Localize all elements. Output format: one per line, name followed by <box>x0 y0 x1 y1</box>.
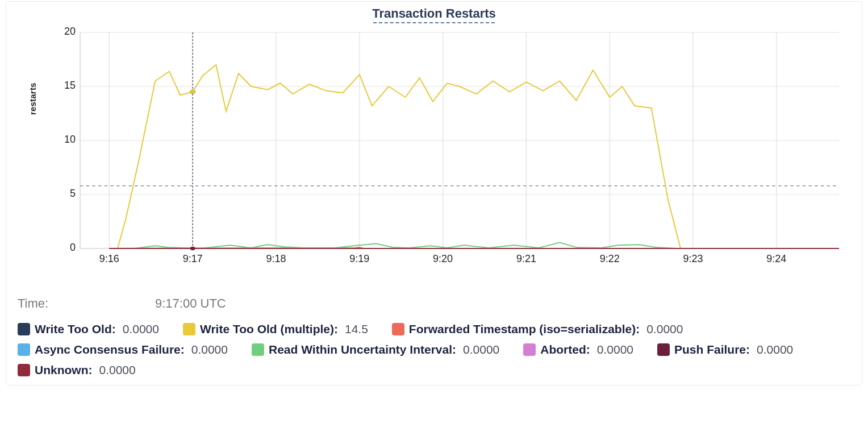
x-tick-label: 9:24 <box>766 253 786 265</box>
legend-name: Unknown: <box>35 363 92 377</box>
legend-item[interactable]: Async Consensus Failure:0.0000 <box>18 343 228 356</box>
y-axis-label: restarts <box>28 82 37 115</box>
legend-value: 0.0000 <box>646 322 683 336</box>
x-tick-label: 9:16 <box>99 253 119 265</box>
svg-point-19 <box>190 247 195 250</box>
chart-title: Transaction Restarts <box>6 2 862 22</box>
legend-value: 0.0000 <box>99 363 135 377</box>
legend-item[interactable]: Forwarded Timestamp (iso=serializable):0… <box>392 322 683 336</box>
x-tick-label: 9:19 <box>349 253 369 265</box>
legend-item[interactable]: Read Within Uncertainty Interval:0.0000 <box>252 343 499 356</box>
legend-item[interactable]: Write Too Old:0.0000 <box>18 322 159 336</box>
x-tick-label: 9:17 <box>183 253 203 265</box>
legend-item[interactable]: Aborted:0.0000 <box>523 343 633 356</box>
x-tick-label: 9:21 <box>516 253 536 265</box>
legend-name: Write Too Old (multiple): <box>200 322 338 336</box>
legend-value: 0.0000 <box>463 343 499 356</box>
y-tick-label: 0 <box>70 242 76 254</box>
time-value: 9:17:00 UTC <box>155 296 226 311</box>
legend-row: Async Consensus Failure:0.0000Read Withi… <box>18 343 850 356</box>
svg-point-18 <box>190 90 195 94</box>
y-tick-label: 10 <box>64 134 76 146</box>
legend-name: Write Too Old: <box>35 322 116 336</box>
legend-row: Unknown:0.0000 <box>18 363 850 377</box>
legend-swatch <box>18 343 30 356</box>
legend-swatch <box>252 343 264 356</box>
legend-value: 0.0000 <box>123 322 159 336</box>
tooltip-time-row: Time: 9:17:00 UTC <box>18 293 850 313</box>
time-label: Time: <box>18 296 155 311</box>
legend-value: 0.0000 <box>757 343 793 356</box>
legend-item[interactable]: Unknown:0.0000 <box>18 363 136 377</box>
legend-name: Read Within Uncertainty Interval: <box>269 343 456 356</box>
plot-overlay <box>80 32 839 248</box>
legend: Write Too Old:0.0000Write Too Old (multi… <box>18 322 850 377</box>
legend-swatch <box>657 343 670 356</box>
title-underline <box>373 22 495 23</box>
x-tick-label: 9:20 <box>433 253 453 265</box>
plot-area[interactable] <box>80 32 839 248</box>
x-tick-label: 9:23 <box>683 253 703 265</box>
x-tick-label: 9:22 <box>600 253 620 265</box>
legend-name: Async Consensus Failure: <box>35 343 185 356</box>
legend-swatch <box>523 343 536 356</box>
legend-swatch <box>392 323 404 335</box>
legend-item[interactable]: Write Too Old (multiple):14.5 <box>183 322 368 336</box>
legend-value: 0.0000 <box>597 343 633 356</box>
legend-value: 14.5 <box>345 322 368 336</box>
legend-name: Aborted: <box>540 343 590 356</box>
legend-row: Write Too Old:0.0000Write Too Old (multi… <box>18 322 850 336</box>
tooltip-section: Time: 9:17:00 UTC Write Too Old:0.0000Wr… <box>18 293 850 377</box>
legend-swatch <box>183 323 195 335</box>
legend-item[interactable]: Push Failure:0.0000 <box>657 343 793 356</box>
legend-name: Forwarded Timestamp (iso=serializable): <box>409 322 640 336</box>
legend-swatch <box>18 323 30 335</box>
chart-panel: Transaction Restarts restarts 051015209:… <box>6 1 862 385</box>
y-tick-label: 5 <box>70 188 76 200</box>
legend-name: Push Failure: <box>674 343 750 356</box>
chart-plot[interactable]: restarts 051015209:169:179:189:199:209:2… <box>23 27 845 283</box>
legend-value: 0.0000 <box>191 343 228 356</box>
x-tick-label: 9:18 <box>266 253 286 265</box>
y-tick-label: 20 <box>64 26 76 38</box>
y-tick-label: 15 <box>64 80 76 92</box>
legend-swatch <box>18 364 30 376</box>
